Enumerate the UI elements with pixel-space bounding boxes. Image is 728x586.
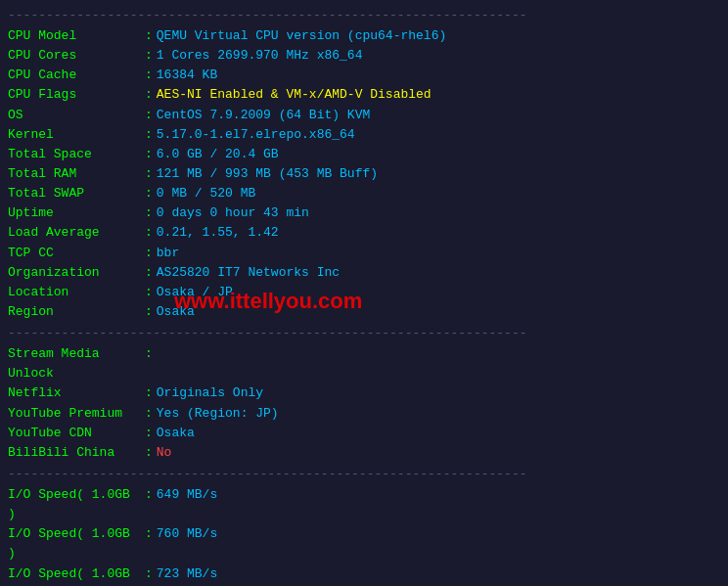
io-value: 723 MB/s <box>157 564 217 586</box>
system-label: CPU Model <box>8 26 145 46</box>
system-value: 0 MB / 520 MB <box>157 184 255 203</box>
stream-header-colon: : <box>145 344 153 383</box>
system-colon: : <box>145 203 153 223</box>
stream-row: YouTube Premium : Yes (Region: JP) <box>8 404 720 424</box>
system-colon: : <box>145 46 153 66</box>
io-section: I/O Speed( 1.0GB ) : 649 MB/s I/O Speed(… <box>8 485 720 586</box>
system-label: Kernel <box>8 125 145 145</box>
io-colon: : <box>145 524 153 563</box>
io-label: I/O Speed( 1.0GB ) <box>8 524 145 563</box>
system-label: Load Average <box>8 223 145 243</box>
io-row: I/O Speed( 1.0GB ) : 760 MB/s <box>8 524 720 563</box>
system-row: Total RAM : 121 MB / 993 MB (453 MB Buff… <box>8 164 720 184</box>
system-section: CPU Model : QEMU Virtual CPU version (cp… <box>8 26 720 322</box>
stream-value: No <box>157 443 172 463</box>
system-row: CPU Flags : AES-NI Enabled & VM-x/AMD-V … <box>8 85 720 105</box>
system-label: Organization <box>8 263 145 283</box>
io-value: 649 MB/s <box>157 485 217 524</box>
system-colon: : <box>145 164 153 184</box>
system-row: Region : Osaka <box>8 302 720 322</box>
divider-3: ----------------------------------------… <box>8 467 720 481</box>
system-row: Load Average : 0.21, 1.55, 1.42 <box>8 223 720 243</box>
system-value: bbr <box>157 244 179 263</box>
stream-colon: : <box>145 404 153 424</box>
io-label: I/O Speed( 1.0GB ) <box>8 564 145 586</box>
system-colon: : <box>145 125 153 145</box>
system-row: Total Space : 6.0 GB / 20.4 GB <box>8 145 720 164</box>
system-row: CPU Cores : 1 Cores 2699.970 MHz x86_64 <box>8 46 720 66</box>
system-row: CPU Cache : 16384 KB <box>8 66 720 85</box>
divider-2: ----------------------------------------… <box>8 326 720 340</box>
system-colon: : <box>145 26 153 46</box>
stream-colon: : <box>145 424 153 443</box>
stream-row: BiliBili China : No <box>8 443 720 463</box>
system-label: CPU Flags <box>8 85 145 105</box>
system-row: Organization : AS25820 IT7 Networks Inc <box>8 263 720 283</box>
system-value: 16384 KB <box>157 66 217 85</box>
system-row: Uptime : 0 days 0 hour 43 min <box>8 203 720 223</box>
stream-label: Netflix <box>8 383 145 403</box>
system-colon: : <box>145 85 153 105</box>
system-label: Total SWAP <box>8 184 145 203</box>
system-value: 5.17.0-1.el7.elrepo.x86_64 <box>157 125 355 145</box>
stream-value: Osaka <box>157 424 195 443</box>
system-colon: : <box>145 244 153 263</box>
system-row: Location : Osaka / JP <box>8 283 720 302</box>
divider-top: ----------------------------------------… <box>8 8 720 23</box>
system-colon: : <box>145 66 153 85</box>
stream-colon: : <box>145 383 153 403</box>
system-label: CPU Cores <box>8 46 145 66</box>
system-label: TCP CC <box>8 244 145 263</box>
system-value: Osaka <box>157 302 195 322</box>
stream-label: YouTube Premium <box>8 404 145 424</box>
system-colon: : <box>145 184 153 203</box>
stream-label: YouTube CDN <box>8 424 145 443</box>
system-colon: : <box>145 223 153 243</box>
system-value: QEMU Virtual CPU version (cpu64-rhel6) <box>157 26 446 46</box>
terminal-output: ----------------------------------------… <box>8 8 720 586</box>
stream-value: Yes (Region: JP) <box>157 404 279 424</box>
io-row: I/O Speed( 1.0GB ) : 649 MB/s <box>8 485 720 524</box>
system-value: 121 MB / 993 MB (453 MB Buff) <box>157 164 378 184</box>
system-label: Total RAM <box>8 164 145 184</box>
system-row: Total SWAP : 0 MB / 520 MB <box>8 184 720 203</box>
system-value: 1 Cores 2699.970 MHz x86_64 <box>157 46 363 66</box>
stream-value: Originals Only <box>157 383 263 403</box>
system-label: Total Space <box>8 145 145 164</box>
system-row: OS : CentOS 7.9.2009 (64 Bit) KVM <box>8 106 720 125</box>
stream-header-row: Stream Media Unlock : <box>8 344 720 383</box>
system-colon: : <box>145 145 153 164</box>
stream-colon: : <box>145 443 153 463</box>
stream-row: Netflix : Originals Only <box>8 383 720 403</box>
system-label: Location <box>8 283 145 302</box>
system-label: Region <box>8 302 145 322</box>
stream-section: Stream Media Unlock : Netflix : Original… <box>8 344 720 463</box>
stream-label: BiliBili China <box>8 443 145 463</box>
system-value: Osaka / JP <box>157 283 233 302</box>
system-row: TCP CC : bbr <box>8 244 720 263</box>
system-colon: : <box>145 302 153 322</box>
io-colon: : <box>145 564 153 586</box>
system-value: 0 days 0 hour 43 min <box>157 203 309 223</box>
system-value: 0.21, 1.55, 1.42 <box>157 223 279 243</box>
system-label: OS <box>8 106 145 125</box>
system-label: CPU Cache <box>8 66 145 85</box>
system-value: CentOS 7.9.2009 (64 Bit) KVM <box>157 106 370 125</box>
system-label: Uptime <box>8 203 145 223</box>
system-row: Kernel : 5.17.0-1.el7.elrepo.x86_64 <box>8 125 720 145</box>
io-row: I/O Speed( 1.0GB ) : 723 MB/s <box>8 564 720 586</box>
system-value: 6.0 GB / 20.4 GB <box>157 145 279 164</box>
stream-row: YouTube CDN : Osaka <box>8 424 720 443</box>
stream-header-label: Stream Media Unlock <box>8 344 145 383</box>
system-colon: : <box>145 263 153 283</box>
system-colon: : <box>145 283 153 302</box>
system-colon: : <box>145 106 153 125</box>
io-label: I/O Speed( 1.0GB ) <box>8 485 145 524</box>
system-value: AS25820 IT7 Networks Inc <box>157 263 340 283</box>
io-colon: : <box>145 485 153 524</box>
system-row: CPU Model : QEMU Virtual CPU version (cp… <box>8 26 720 46</box>
system-value: AES-NI Enabled & VM-x/AMD-V Disabled <box>157 85 432 105</box>
io-value: 760 MB/s <box>157 524 217 563</box>
